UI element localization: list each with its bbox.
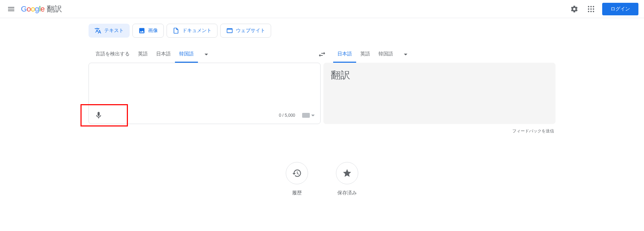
svg-point-1 [590,6,592,7]
swap-icon [318,50,326,59]
tab-document[interactable]: ドキュメント [167,24,217,38]
translate-text-icon [94,27,101,34]
history-icon [292,168,302,178]
apps-button[interactable] [583,1,599,17]
saved-button[interactable]: 保存済み [336,162,358,196]
app-title: 翻訳 [47,4,62,14]
input-method-button[interactable] [299,111,317,119]
tab-image[interactable]: 画像 [132,24,164,38]
image-icon [138,27,145,34]
gear-icon [570,5,578,13]
tab-image-label: 画像 [148,28,158,34]
tab-website[interactable]: ウェブサイト [220,24,271,38]
svg-point-6 [588,11,589,12]
source-lang-japanese[interactable]: 日本語 [152,46,175,63]
tab-document-label: ドキュメント [182,28,212,34]
input-type-tabs: テキスト 画像 ドキュメント ウェブサイト [89,18,555,46]
history-button[interactable]: 履歴 [286,162,308,196]
svg-point-2 [593,6,594,7]
source-text-input[interactable] [89,63,320,107]
language-bar: 言語を検出する 英語 日本語 韓国語 日本語 英語 韓国語 [89,46,555,63]
settings-button[interactable] [566,1,583,17]
google-logo: Google [21,5,45,14]
keyboard-icon [302,113,310,118]
logo[interactable]: Google 翻訳 [21,4,62,14]
target-lang-korean[interactable]: 韓国語 [374,46,397,63]
svg-point-8 [593,11,594,12]
tab-text-label: テキスト [104,28,124,34]
header: Google 翻訳 ログイン [0,0,644,18]
document-icon [172,27,179,34]
apps-grid-icon [587,5,595,13]
bottom-actions: 履歴 保存済み [89,162,555,196]
target-lang-japanese[interactable]: 日本語 [333,46,356,63]
source-lang-english[interactable]: 英語 [134,46,152,63]
microphone-icon [94,111,103,120]
svg-point-7 [590,11,592,12]
source-text-area[interactable]: 0 / 5,000 [89,63,321,124]
chevron-down-icon [202,50,210,59]
send-feedback-link[interactable]: フィードバックを送信 [89,124,555,134]
svg-point-5 [593,8,594,10]
source-lang-detect[interactable]: 言語を検出する [91,46,134,63]
star-icon [342,168,352,178]
tab-website-label: ウェブサイト [236,28,265,34]
target-text-area: 翻訳 [323,63,555,124]
svg-point-4 [590,8,592,10]
source-lang-more[interactable] [198,46,215,63]
menu-button[interactable] [3,1,20,17]
chevron-down-icon [401,50,410,59]
tab-text[interactable]: テキスト [89,24,130,38]
dropdown-caret-icon [311,115,315,116]
history-label: 履歴 [292,190,302,196]
target-lang-english[interactable]: 英語 [356,46,374,63]
source-lang-korean[interactable]: 韓国語 [175,46,198,63]
svg-point-3 [588,8,589,10]
target-lang-more[interactable] [397,46,414,63]
voice-input-button[interactable] [92,108,106,122]
char-count: 0 / 5,000 [279,113,295,118]
svg-point-0 [588,6,589,7]
hamburger-icon [7,5,15,13]
login-button[interactable]: ログイン [602,3,638,15]
svg-rect-9 [302,113,310,118]
website-icon [226,27,233,34]
target-placeholder: 翻訳 [324,63,555,87]
saved-label: 保存済み [337,190,357,196]
swap-languages-button[interactable] [315,47,329,61]
